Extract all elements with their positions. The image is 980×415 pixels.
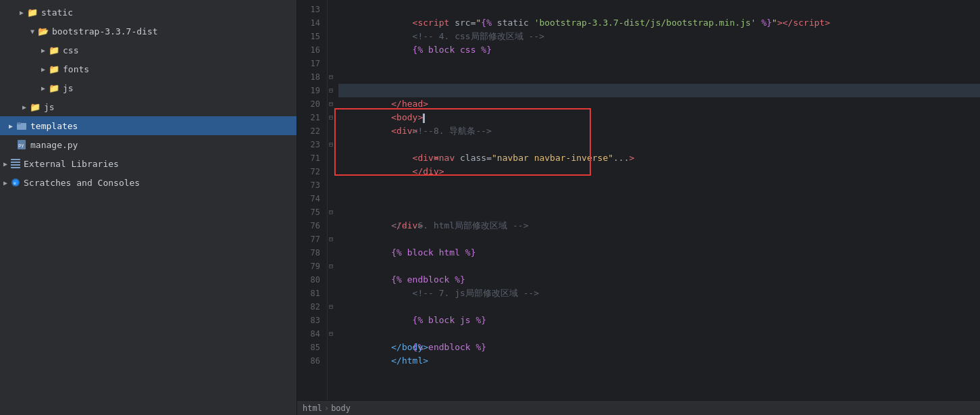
code-line (338, 43, 980, 57)
sidebar-item-external-libraries[interactable]: ▶ External Libraries (0, 154, 296, 173)
python-file-icon: py (16, 139, 27, 150)
folder-icon: 📁 (30, 101, 41, 112)
fold-icon[interactable]: ⊟ (329, 84, 333, 97)
breadcrumb-separator: › (324, 404, 329, 413)
folder-icon: 📁 (49, 82, 59, 93)
code-line: ⊟ {% block html %} (338, 219, 980, 233)
collapse-arrow: ▶ (0, 158, 11, 169)
collapse-arrow: ▶ (38, 64, 49, 74)
svg-text:≡: ≡ (14, 180, 16, 185)
code-line: <nav class="navbar navbar-inverse"...> (338, 138, 980, 151)
sidebar-item-label: templates (30, 121, 78, 131)
collapse-arrow: ▶ (38, 45, 49, 55)
sidebar-item-label: External Libraries (24, 159, 119, 169)
code-line (338, 233, 980, 246)
code-line: ⊟ <div> (338, 97, 980, 111)
sidebar-item-label: css (63, 45, 78, 55)
fold-icon[interactable]: ⊟ (329, 111, 333, 124)
collapse-arrow: ▶ (19, 101, 30, 112)
collapse-arrow: ▶ (16, 7, 27, 18)
fold-icon[interactable]: ⊟ (329, 205, 333, 219)
collapse-arrow: ▶ (0, 177, 11, 188)
breadcrumb-body: body (331, 404, 351, 413)
fold-icon[interactable]: ⊟ (329, 300, 333, 314)
code-line: {% block css %} (338, 30, 980, 43)
sidebar-item-manage-py[interactable]: py manage.py (0, 135, 296, 154)
sidebar-item-templates[interactable]: ▶ templates (0, 116, 296, 135)
code-line: <!-- 4. css局部修改区域 --> (338, 16, 980, 30)
code-line: </div> (338, 151, 980, 165)
line-numbers: 13 14 15 16 17 18 19 20 21 22 23 71 72 7… (297, 0, 328, 400)
sidebar-item-static[interactable]: ▶ 📁 static (0, 3, 296, 22)
code-line (338, 354, 980, 368)
libraries-icon (11, 159, 20, 168)
fold-icon[interactable]: ⊟ (329, 233, 333, 246)
code-line: <script src="{% static 'bootstrap-3.3.7-… (338, 3, 980, 16)
code-line (338, 165, 980, 178)
fold-icon[interactable]: ⊟ (329, 260, 333, 273)
code-line: ⊟ {% endblock %} (338, 57, 980, 70)
sidebar-item-label: js (63, 83, 74, 93)
code-line: <!-- 7. js局部修改区域 --> (338, 273, 980, 287)
sidebar-item-label: manage.py (30, 140, 78, 150)
code-line (338, 178, 980, 192)
sidebar-item-label: Scratches and Consoles (24, 178, 140, 188)
code-line: <!-- 6. html局部修改区域 --> (338, 205, 980, 219)
code-area: 13 14 15 16 17 18 19 20 21 22 23 71 72 7… (297, 0, 980, 400)
sidebar-item-label: static (41, 7, 73, 18)
sidebar-item-label: js (44, 102, 55, 112)
code-line: ⊟ </div> (338, 192, 980, 205)
fold-icon[interactable]: ⊟ (329, 327, 333, 341)
sidebar-item-css[interactable]: ▶ 📁 css (0, 41, 296, 59)
code-line: ⊟ </head> (338, 70, 980, 84)
breadcrumb: html › body (297, 400, 980, 415)
scratches-icon: ≡ (11, 178, 20, 187)
sidebar-item-js-inner[interactable]: ▶ 📁 js (0, 78, 296, 97)
code-line: <!--8. 导航条--> (338, 111, 980, 124)
sidebar-item-scratches[interactable]: ▶ ≡ Scratches and Consoles (0, 173, 296, 192)
breadcrumb-html: html (303, 404, 322, 413)
no-arrow (5, 139, 16, 150)
code-line: </html> (338, 341, 980, 354)
expand-arrow: ▼ (27, 26, 38, 36)
folder-icon: 📁 (49, 45, 59, 55)
code-line (338, 300, 980, 314)
svg-rect-1 (17, 122, 21, 124)
collapse-arrow: ▶ (38, 82, 49, 93)
code-line: ⊟ {% endblock %} (338, 246, 980, 260)
expand-arrow: ▶ (5, 120, 16, 131)
sidebar-item-label: fonts (63, 64, 89, 74)
code-line: ⊟ {% block js %} (338, 287, 980, 300)
file-tree: ▶ 📁 static ▼ 📂 bootstrap-3.3.7-dist ▶ 📁 … (0, 0, 297, 415)
svg-text:py: py (18, 143, 24, 148)
sidebar-item-bootstrap[interactable]: ▼ 📂 bootstrap-3.3.7-dist (0, 22, 296, 41)
folder-icon: 📂 (38, 26, 49, 36)
folder-icon: 📁 (27, 7, 38, 18)
code-line: </body> (338, 327, 980, 341)
editor-content[interactable]: 13 14 15 16 17 18 19 20 21 22 23 71 72 7… (297, 0, 980, 400)
code-editor: 13 14 15 16 17 18 19 20 21 22 23 71 72 7… (297, 0, 980, 415)
fold-icon[interactable]: ⊟ (329, 70, 333, 84)
fold-icon[interactable]: ⊟ (329, 138, 333, 151)
code-line: ⊟ {% endblock %} (338, 314, 980, 327)
code-lines: <script src="{% static 'bootstrap-3.3.7-… (328, 0, 980, 400)
sidebar-item-label: bootstrap-3.3.7-dist (52, 26, 158, 36)
code-line: ⊟ <body> (338, 84, 980, 97)
fold-icon[interactable]: ⊟ (329, 97, 333, 111)
code-line: ⊟ <div> (338, 124, 980, 138)
folder-selected-icon (16, 120, 27, 131)
code-line (338, 260, 980, 273)
sidebar-item-js-outer[interactable]: ▶ 📁 js (0, 97, 296, 116)
folder-icon: 📁 (49, 64, 59, 74)
sidebar-item-fonts[interactable]: ▶ 📁 fonts (0, 59, 296, 78)
